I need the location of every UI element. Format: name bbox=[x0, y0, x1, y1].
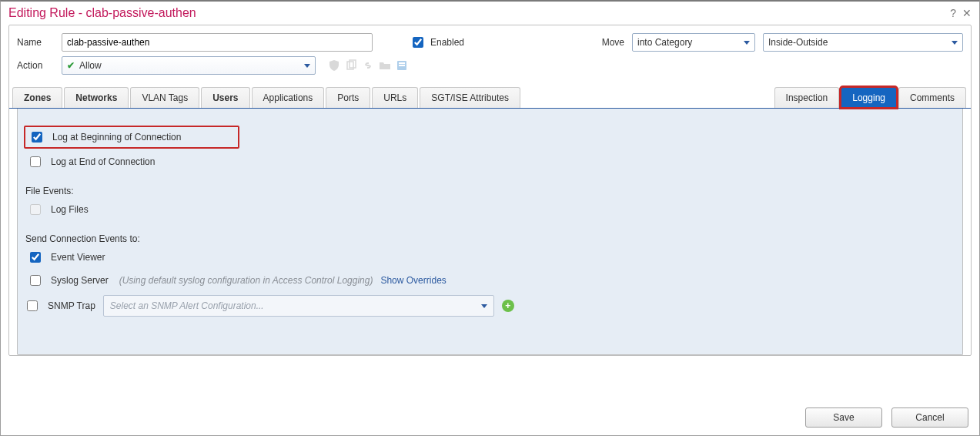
tab-networks[interactable]: Networks bbox=[64, 87, 129, 108]
syslog-row: Syslog Server (Using default syslog conf… bbox=[24, 270, 956, 290]
tab-zones[interactable]: Zones bbox=[12, 87, 62, 108]
tab-ports[interactable]: Ports bbox=[326, 87, 370, 108]
action-select[interactable]: ✔Allow bbox=[62, 56, 316, 75]
chevron-down-icon bbox=[481, 304, 487, 308]
footer: Save Cancel bbox=[805, 407, 968, 428]
shield-icon bbox=[328, 59, 340, 72]
send-events-header: Send Connection Events to: bbox=[25, 233, 956, 244]
log-end-checkbox[interactable] bbox=[30, 156, 41, 167]
chevron-down-icon bbox=[952, 41, 958, 45]
log-files-checkbox bbox=[30, 204, 41, 215]
cancel-button[interactable]: Cancel bbox=[891, 407, 968, 428]
show-overrides-link[interactable]: Show Overrides bbox=[380, 275, 446, 286]
close-icon[interactable]: ✕ bbox=[962, 7, 972, 19]
chevron-down-icon bbox=[744, 41, 750, 45]
tab-vlan-tags[interactable]: VLAN Tags bbox=[130, 87, 199, 108]
action-tool-icons bbox=[328, 59, 408, 72]
log-begin-checkbox[interactable] bbox=[32, 132, 42, 143]
dialog: Editing Rule - clab-passive-authen ? ✕ N… bbox=[0, 0, 980, 436]
tab-applications[interactable]: Applications bbox=[252, 87, 325, 108]
snmp-select[interactable]: Select an SNMP Alert Configuration... bbox=[103, 295, 494, 317]
chevron-down-icon bbox=[304, 64, 310, 68]
logging-panel: Log at Beginning of Connection Log at En… bbox=[17, 109, 963, 355]
tab-comments[interactable]: Comments bbox=[898, 87, 966, 108]
snmp-label: SNMP Trap bbox=[48, 300, 95, 311]
move-category-select[interactable]: into Category bbox=[632, 33, 755, 52]
link-icon bbox=[362, 59, 374, 72]
snmp-checkbox[interactable] bbox=[27, 300, 38, 311]
svg-rect-4 bbox=[399, 65, 405, 66]
action-label: Action bbox=[17, 60, 55, 71]
svg-rect-3 bbox=[399, 62, 405, 64]
tab-inspection[interactable]: Inspection bbox=[774, 87, 840, 108]
folder-icon bbox=[379, 59, 391, 72]
log-begin-label: Log at Beginning of Connection bbox=[52, 132, 181, 143]
help-icon[interactable]: ? bbox=[950, 7, 956, 19]
name-input[interactable] bbox=[62, 33, 373, 52]
name-label: Name bbox=[17, 37, 55, 48]
snmp-placeholder: Select an SNMP Alert Configuration... bbox=[110, 300, 264, 311]
title-bar: Editing Rule - clab-passive-authen ? ✕ bbox=[1, 2, 979, 23]
syslog-label: Syslog Server bbox=[51, 275, 109, 286]
enabled-label: Enabled bbox=[430, 37, 464, 48]
tab-users[interactable]: Users bbox=[201, 87, 249, 108]
copy-icon bbox=[345, 59, 357, 72]
log-begin-row: Log at Beginning of Connection bbox=[24, 126, 239, 149]
form-area: Name Enabled Move into Category Inside-O… bbox=[8, 25, 972, 356]
log-files-row: Log Files bbox=[24, 200, 956, 220]
tabs: ZonesNetworksVLAN TagsUsersApplicationsP… bbox=[9, 87, 971, 109]
dialog-title: Editing Rule - clab-passive-authen bbox=[8, 6, 196, 20]
enabled-checkbox[interactable] bbox=[413, 37, 423, 48]
log-files-label: Log Files bbox=[51, 204, 89, 215]
allow-check-icon: ✔ bbox=[67, 60, 75, 71]
syslog-checkbox[interactable] bbox=[30, 275, 41, 286]
note-icon[interactable] bbox=[396, 59, 408, 72]
move-label: Move bbox=[602, 37, 624, 48]
save-button[interactable]: Save bbox=[805, 407, 882, 428]
action-value: Allow bbox=[79, 60, 102, 71]
event-viewer-row: Event Viewer bbox=[24, 247, 956, 267]
event-viewer-checkbox[interactable] bbox=[30, 252, 41, 263]
file-events-header: File Events: bbox=[25, 186, 956, 196]
move-position-value: Inside-Outside bbox=[768, 37, 828, 48]
tab-sgt-ise-attributes[interactable]: SGT/ISE Attributes bbox=[420, 87, 520, 108]
log-end-label: Log at End of Connection bbox=[51, 156, 155, 167]
syslog-note: (Using default syslog configuration in A… bbox=[119, 275, 373, 286]
move-position-select[interactable]: Inside-Outside bbox=[763, 33, 963, 52]
event-viewer-label: Event Viewer bbox=[51, 252, 105, 263]
tab-logging[interactable]: Logging bbox=[841, 87, 897, 108]
log-end-row: Log at End of Connection bbox=[24, 152, 956, 172]
tab-urls[interactable]: URLs bbox=[372, 87, 418, 108]
add-snmp-icon[interactable]: + bbox=[502, 300, 514, 312]
snmp-row: SNMP Trap Select an SNMP Alert Configura… bbox=[24, 295, 956, 317]
move-category-value: into Category bbox=[637, 37, 692, 48]
